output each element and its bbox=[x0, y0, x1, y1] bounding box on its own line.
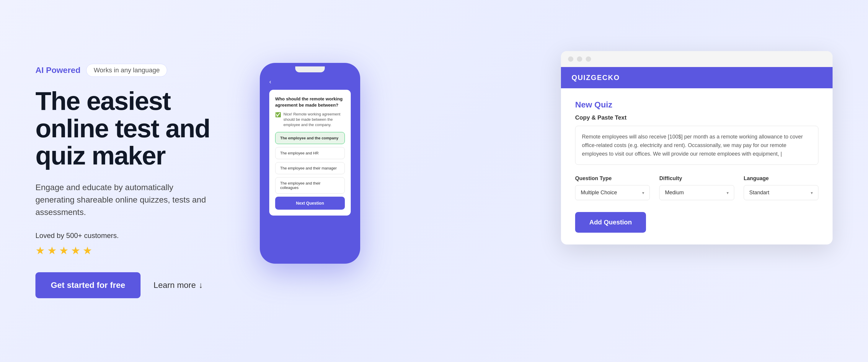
sub-heading: Engage and educate by automatically gene… bbox=[35, 181, 207, 218]
language-select[interactable]: Standart ▾ bbox=[744, 185, 818, 200]
loved-text: Loved by 500+ customers. bbox=[35, 232, 224, 240]
star-4: ★ bbox=[71, 244, 80, 257]
arrow-down-icon: ↓ bbox=[199, 280, 203, 290]
question-type-value: Multiple Choice bbox=[581, 189, 617, 196]
learn-more-button[interactable]: Learn more ↓ bbox=[154, 280, 203, 290]
learn-more-label: Learn more bbox=[154, 280, 196, 290]
difficulty-label: Difficulty bbox=[659, 175, 734, 182]
language-badge: Works in any language bbox=[86, 64, 167, 77]
chevron-down-icon: ▾ bbox=[726, 190, 728, 195]
desktop-card: QUIZGECKO New Quiz Copy & Paste Text Rem… bbox=[561, 51, 833, 244]
dot-2 bbox=[577, 56, 582, 62]
question-type-label: Question Type bbox=[575, 175, 650, 182]
back-button[interactable]: ‹ bbox=[269, 78, 351, 85]
add-question-button[interactable]: Add Question bbox=[575, 212, 646, 233]
get-started-button[interactable]: Get started for free bbox=[35, 272, 141, 298]
dropdowns-row: Question Type Multiple Choice ▾ Difficul… bbox=[575, 175, 818, 200]
question-box: Who should the remote working agreement … bbox=[269, 90, 351, 215]
app-logo: QUIZGECKO bbox=[571, 73, 620, 82]
app-header: QUIZGECKO bbox=[561, 67, 833, 88]
question-type-group: Question Type Multiple Choice ▾ bbox=[575, 175, 650, 200]
option-2[interactable]: The employee and HR bbox=[275, 147, 345, 159]
language-value: Standart bbox=[749, 189, 769, 196]
difficulty-group: Difficulty Medium ▾ bbox=[659, 175, 734, 200]
titlebar bbox=[561, 51, 833, 67]
star-3: ★ bbox=[59, 244, 68, 257]
new-quiz-title: New Quiz bbox=[575, 100, 818, 110]
text-area[interactable]: Remote employees will also receive [100$… bbox=[575, 126, 818, 165]
star-5: ★ bbox=[83, 244, 92, 257]
star-1: ★ bbox=[35, 244, 45, 257]
dot-3 bbox=[586, 56, 591, 62]
option-1[interactable]: The employee and the company bbox=[275, 132, 345, 144]
star-rating: ★ ★ ★ ★ ★ bbox=[35, 244, 224, 257]
dot-1 bbox=[568, 56, 574, 62]
next-question-button[interactable]: Next Question bbox=[275, 197, 345, 210]
question-type-select[interactable]: Multiple Choice ▾ bbox=[575, 185, 650, 200]
chevron-down-icon: ▾ bbox=[642, 190, 644, 195]
correct-text: Nice! Remote working agreement should be… bbox=[283, 112, 345, 128]
copy-paste-label: Copy & Paste Text bbox=[575, 114, 818, 121]
chevron-down-icon: ▾ bbox=[811, 190, 813, 195]
phone-notch bbox=[295, 66, 325, 72]
option-4[interactable]: The employee and their colleagues bbox=[275, 177, 345, 194]
ai-powered-label: AI Powered bbox=[35, 65, 80, 75]
question-text: Who should the remote working agreement … bbox=[275, 96, 345, 108]
language-label: Language bbox=[744, 175, 818, 182]
correct-feedback: ✅ Nice! Remote working agreement should … bbox=[275, 112, 345, 128]
check-circle-icon: ✅ bbox=[275, 112, 281, 118]
option-3[interactable]: The employee and their manager bbox=[275, 162, 345, 174]
phone-mockup: ‹ Who should the remote working agreemen… bbox=[260, 63, 360, 264]
difficulty-value: Medium bbox=[665, 189, 684, 196]
star-2: ★ bbox=[47, 244, 57, 257]
main-heading: The easiest online test and quiz maker bbox=[35, 87, 224, 169]
language-group: Language Standart ▾ bbox=[744, 175, 818, 200]
difficulty-select[interactable]: Medium ▾ bbox=[659, 185, 734, 200]
